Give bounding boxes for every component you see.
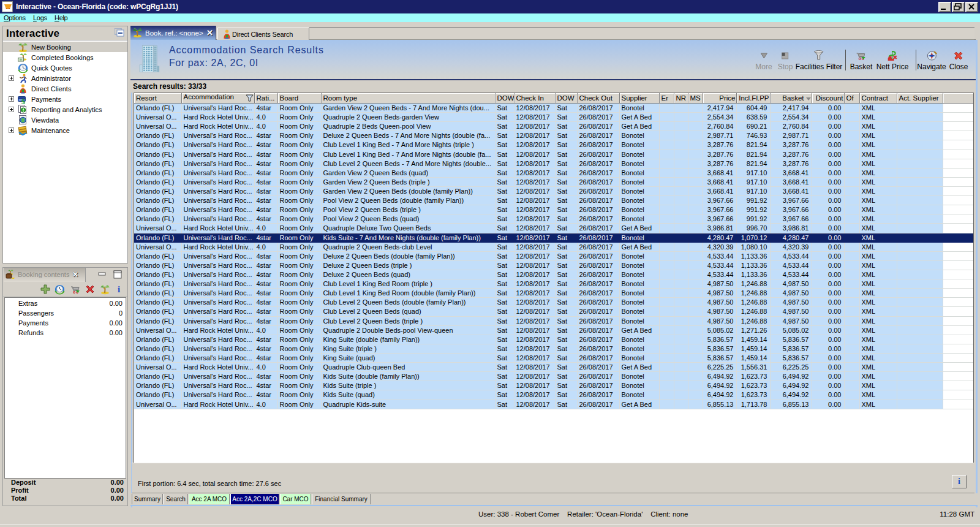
svg-text:$: $	[21, 97, 25, 105]
svg-text:i: i	[118, 284, 120, 294]
